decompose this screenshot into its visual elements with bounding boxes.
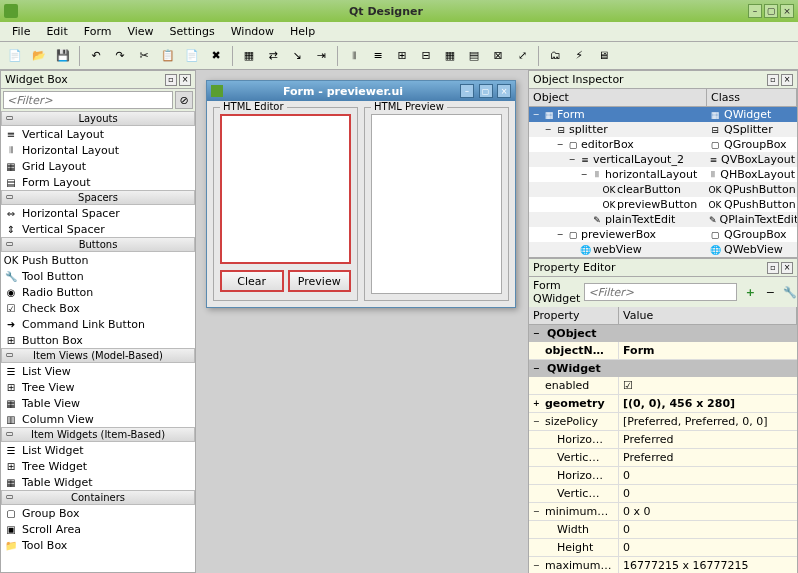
widget-category[interactable]: Item Views (Model-Based) [1,348,195,363]
editwidgets-icon[interactable]: ▦ [238,45,260,67]
oi-row[interactable]: −▢editorBox▢QGroupBox [529,137,797,152]
oi-col-object[interactable]: Object [529,89,707,106]
menu-view[interactable]: View [119,23,161,40]
oi-row[interactable]: −▦Form▦QWidget [529,107,797,122]
widget-item[interactable]: ≡Vertical Layout [1,126,195,142]
form-maximize-icon[interactable]: ▢ [479,84,493,98]
expand-icon[interactable]: − [579,170,589,179]
property-value[interactable]: Form [619,342,797,359]
copy-icon[interactable]: 📋 [157,45,179,67]
expand-icon[interactable]: − [531,110,541,119]
form-close-icon[interactable]: × [497,84,511,98]
widget-item[interactable]: ▦Grid Layout [1,158,195,174]
property-row[interactable]: Vertic…0 [529,485,797,503]
widget-item[interactable]: ◉Radio Button [1,284,195,300]
pe-col-property[interactable]: Property [529,307,619,324]
add-dynamic-icon[interactable]: + [741,283,759,301]
property-row[interactable]: Vertic…Preferred [529,449,797,467]
web-view[interactable] [371,114,502,294]
minimize-button[interactable]: – [748,4,762,18]
expand-icon[interactable]: − [533,561,543,570]
oi-row[interactable]: −⫴horizontalLayout⫴QHBoxLayout [529,167,797,182]
widget-category[interactable]: Spacers [1,190,195,205]
property-row[interactable]: objectN…Form [529,342,797,360]
menu-edit[interactable]: Edit [38,23,75,40]
widget-item[interactable]: OKPush Button [1,252,195,268]
property-row[interactable]: −sizePolicy[Preferred, Preferred, 0, 0] [529,413,797,431]
close-button[interactable]: × [780,4,794,18]
widget-item[interactable]: ➜Command Link Button [1,316,195,332]
property-editor-tree[interactable]: −QObjectobjectN…Form−QWidgetenabled☑+geo… [529,325,797,573]
oi-row[interactable]: OKclearButtonOKQPushButton [529,182,797,197]
widget-item[interactable]: 📁Tool Box [1,537,195,553]
property-value[interactable]: 0 [619,467,797,484]
form-titlebar[interactable]: Form - previewer.ui – ▢ × [207,81,515,101]
menu-window[interactable]: Window [223,23,282,40]
expand-icon[interactable]: − [543,125,553,134]
expand-icon[interactable]: − [533,507,543,516]
previewer-groupbox[interactable]: HTML Preview [364,107,509,301]
config-icon[interactable]: 🔧 [781,283,798,301]
widget-category[interactable]: Containers [1,490,195,505]
oi-row[interactable]: OKpreviewButtonOKQPushButton [529,197,797,212]
dock-close-icon[interactable]: × [781,262,793,274]
form-minimize-icon[interactable]: – [460,84,474,98]
widget-category[interactable]: Item Widgets (Item-Based) [1,427,195,442]
preview-button[interactable]: Preview [288,270,352,292]
widget-item[interactable]: 🔧Tool Button [1,268,195,284]
widget-box-filter[interactable] [3,91,173,109]
expand-icon[interactable]: − [555,140,565,149]
property-row[interactable]: −minimum…0 x 0 [529,503,797,521]
mdi-area[interactable]: Form - previewer.ui – ▢ × HTML Editor Cl… [196,70,528,573]
oi-row[interactable]: −⊟splitter⊟QSplitter [529,122,797,137]
widget-item[interactable]: ▣Scroll Area [1,521,195,537]
save-icon[interactable]: 💾 [52,45,74,67]
oi-row[interactable]: −▢previewerBox▢QGroupBox [529,227,797,242]
adjust-size-icon[interactable]: ⤢ [511,45,533,67]
widget-item[interactable]: ▤Form Layout [1,174,195,190]
widget-category[interactable]: Buttons [1,237,195,252]
dock-float-icon[interactable]: ▫ [165,74,177,86]
expand-icon[interactable]: − [533,417,543,426]
clear-button[interactable]: Clear [220,270,284,292]
dock-float-icon[interactable]: ▫ [767,74,779,86]
remove-dynamic-icon[interactable]: − [761,283,779,301]
widget-item[interactable]: ▦Table Widget [1,474,195,490]
property-value[interactable]: ☑ [619,377,797,394]
expand-icon[interactable]: − [555,230,565,239]
widget-item[interactable]: ▦Table View [1,395,195,411]
widget-item[interactable]: ⇕Vertical Spacer [1,221,195,237]
property-value[interactable]: Preferred [619,449,797,466]
property-row[interactable]: Height0 [529,539,797,557]
property-category[interactable]: −QWidget [529,360,797,377]
property-row[interactable]: Width0 [529,521,797,539]
dock-close-icon[interactable]: × [179,74,191,86]
widget-item[interactable]: ☰List View [1,363,195,379]
filter-clear-icon[interactable]: ⊘ [175,91,193,109]
widget-box-list[interactable]: Layouts≡Vertical Layout⫴Horizontal Layou… [1,111,195,572]
editor-groupbox[interactable]: HTML Editor Clear Preview [213,107,358,301]
layout-v-icon[interactable]: ≡ [367,45,389,67]
widget-item[interactable]: ☑Check Box [1,300,195,316]
menu-settings[interactable]: Settings [162,23,223,40]
dock-float-icon[interactable]: ▫ [767,262,779,274]
edittaborder-icon[interactable]: ⇥ [310,45,332,67]
oi-row[interactable]: 🌐webView🌐QWebView [529,242,797,257]
paste-icon[interactable]: 📄 [181,45,203,67]
widget-item[interactable]: ▥Column View [1,411,195,427]
open-icon[interactable]: 📂 [28,45,50,67]
layout-h-icon[interactable]: ⫴ [343,45,365,67]
property-value[interactable]: [Preferred, Preferred, 0, 0] [619,413,797,430]
preview-icon[interactable]: 🖥 [592,45,614,67]
collapse-icon[interactable]: − [533,364,543,373]
maximize-button[interactable]: ▢ [764,4,778,18]
property-value[interactable]: 0 x 0 [619,503,797,520]
widget-category[interactable]: Layouts [1,111,195,126]
property-value[interactable]: Preferred [619,431,797,448]
collapse-icon[interactable]: − [533,329,543,338]
oi-row[interactable]: ✎plainTextEdit✎QPlainTextEdit [529,212,797,227]
property-value[interactable]: 0 [619,521,797,538]
new-icon[interactable]: 📄 [4,45,26,67]
menu-form[interactable]: Form [76,23,120,40]
property-filter[interactable] [584,283,737,301]
